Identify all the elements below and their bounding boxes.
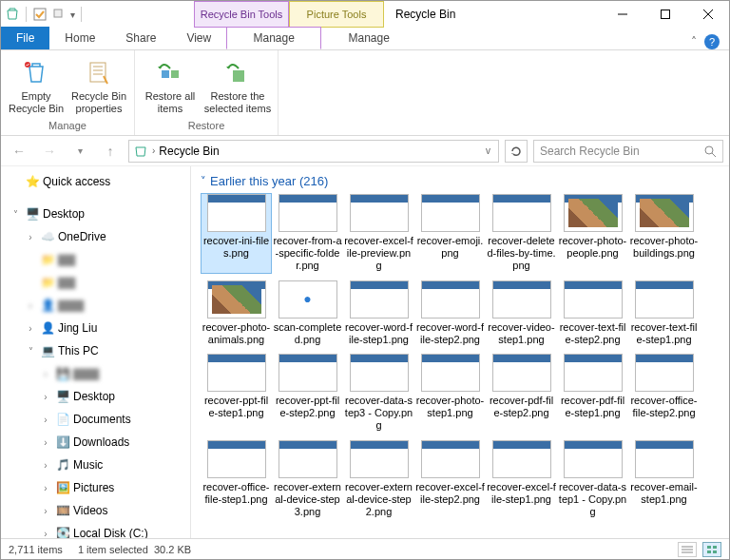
file-item[interactable]: recover-word-file-step1.png (344, 280, 413, 346)
file-item[interactable]: recover-photo-step1.png (415, 354, 485, 433)
file-item[interactable]: recover-email-step1.png (629, 440, 699, 519)
status-selection: 1 item selected 30.2 KB (78, 544, 191, 555)
file-item[interactable]: recover-emoji.png (415, 194, 485, 273)
file-item[interactable]: recover-photo-buildings.png (629, 194, 699, 273)
file-item[interactable]: recover-word-file-step2.png (415, 280, 485, 346)
file-item[interactable]: recover-external-device-step2.png (344, 440, 413, 519)
maximize-button[interactable] (644, 1, 686, 28)
nav-pc-documents[interactable]: ›📄Documents (1, 408, 190, 431)
file-item[interactable]: scan-completed.png (273, 280, 342, 346)
nav-this-pc[interactable]: ˅💻This PC (1, 339, 190, 362)
file-name-label: recover-ppt-file-step1.png (202, 395, 271, 419)
address-dropdown-icon[interactable]: v (482, 145, 494, 156)
file-tab[interactable]: File (1, 27, 49, 49)
qat-dropdown-icon[interactable]: ▾ (70, 10, 75, 20)
nav-onedrive[interactable]: ›☁️OneDrive (1, 225, 190, 248)
file-thumbnail (635, 354, 694, 392)
checkbox-icon[interactable] (32, 7, 48, 22)
file-item[interactable]: recover-excel-file-step1.png (487, 440, 556, 519)
picture-tools-tab[interactable]: Picture Tools (289, 1, 384, 28)
nav-pc-downloads[interactable]: ›⬇️Downloads (1, 431, 190, 454)
file-item[interactable]: recover-excel-file-step2.png (415, 440, 485, 519)
file-item[interactable]: recover-ppt-file-step2.png (273, 354, 342, 433)
empty-recycle-bin-button[interactable]: Empty Recycle Bin (7, 56, 66, 115)
file-name-label: scan-completed.png (273, 321, 342, 346)
help-icon[interactable]: ? (704, 34, 720, 49)
properties-icon (84, 58, 114, 88)
file-thumbnail (635, 440, 694, 478)
nav-folder-blur-1[interactable]: 📁▇▇ (1, 248, 190, 271)
nav-pc-desktop[interactable]: ›🖥️Desktop (1, 385, 190, 408)
nav-pc-music[interactable]: ›🎵Music (1, 454, 190, 476)
minimize-button[interactable] (601, 1, 644, 28)
ribbon-collapse-icon[interactable]: ˄ (691, 35, 697, 48)
file-item[interactable]: recover-from-a-specific-folder.png (273, 194, 342, 273)
file-name-label: recover-external-device-step3.png (273, 481, 342, 519)
file-name-label: recover-email-step1.png (629, 481, 699, 506)
nav-user-blur[interactable]: ›👤▇▇▇ (1, 294, 190, 317)
file-thumbnail (207, 194, 266, 232)
restore-all-button[interactable]: Restore all items (141, 56, 200, 115)
navigation-pane[interactable]: ⭐Quick access ˅🖥️Desktop ›☁️OneDrive 📁▇▇… (1, 166, 191, 538)
file-thumbnail (207, 280, 266, 319)
file-thumbnail (350, 354, 409, 392)
file-item[interactable]: recover-office-file-step1.png (202, 440, 271, 519)
view-tab[interactable]: View (171, 27, 226, 49)
up-button[interactable]: ↑ (98, 139, 123, 164)
file-item[interactable]: recover-external-device-step3.png (273, 440, 342, 519)
file-name-label: recover-word-file-step1.png (344, 321, 413, 346)
qat-menu-icon[interactable] (51, 7, 67, 22)
file-name-label: recover-pdf-file-step1.png (558, 395, 627, 419)
close-button[interactable] (686, 1, 729, 28)
nav-folder-blur-2[interactable]: 📁▇▇ (1, 271, 190, 294)
nav-pc-pictures[interactable]: ›🖼️Pictures (1, 476, 190, 499)
nav-user-jing[interactable]: ›👤Jing Liu (1, 317, 190, 339)
nav-drive-blur[interactable]: ›💾▇▇▇ (1, 362, 190, 385)
recycle-bin-properties-button[interactable]: Recycle Bin properties (69, 56, 128, 115)
search-input[interactable]: Search Recycle Bin (533, 140, 723, 163)
recycle-bin-tools-tab[interactable]: Recycle Bin Tools (194, 1, 289, 28)
share-tab[interactable]: Share (110, 27, 171, 49)
back-button[interactable]: ← (7, 139, 31, 164)
file-name-label: recover-external-device-step2.png (344, 481, 413, 519)
file-item[interactable]: recover-ppt-file-step1.png (202, 354, 271, 433)
group-header[interactable]: ˅ Earlier this year (216) (201, 174, 720, 188)
file-item[interactable]: recover-ini-files.png (202, 194, 271, 273)
svg-rect-9 (171, 70, 179, 78)
file-item[interactable]: recover-data-step3 - Copy.png (344, 354, 413, 433)
window-title: Recycle Bin (384, 8, 601, 21)
manage-recyclebin-tab[interactable]: Manage (226, 27, 321, 49)
file-name-label: recover-excel-file-step2.png (415, 481, 485, 506)
file-item[interactable]: recover-office-file-step2.png (629, 354, 699, 433)
nav-local-disk-c[interactable]: ›💽Local Disk (C:) (1, 522, 190, 538)
file-thumbnail (279, 280, 337, 319)
file-item[interactable]: recover-pdf-file-step2.png (487, 354, 556, 433)
file-item[interactable]: recover-excel-file-preview.png (344, 194, 413, 273)
refresh-button[interactable] (505, 140, 528, 163)
address-bar[interactable]: › Recycle Bin v (128, 140, 499, 163)
nav-quick-access[interactable]: ⭐Quick access (1, 170, 190, 193)
file-name-label: recover-text-file-step1.png (629, 321, 699, 346)
recent-locations-button[interactable]: ▾ (67, 139, 92, 164)
nav-desktop[interactable]: ˅🖥️Desktop (1, 203, 190, 225)
file-item[interactable]: recover-photo-animals.png (202, 280, 271, 346)
file-item[interactable]: recover-data-step1 - Copy.png (558, 440, 627, 519)
file-list-pane[interactable]: ˅ Earlier this year (216) recover-ini-fi… (191, 166, 729, 538)
file-item[interactable]: recover-deleted-files-by-time.png (487, 194, 556, 273)
file-name-label: recover-excel-file-preview.png (344, 235, 413, 273)
file-item[interactable]: recover-text-file-step1.png (629, 280, 699, 346)
file-thumbnail (492, 440, 551, 478)
details-view-button[interactable] (678, 542, 697, 557)
home-tab[interactable]: Home (49, 27, 110, 49)
thumbnails-view-button[interactable] (702, 542, 721, 557)
file-item[interactable]: recover-text-file-step2.png (558, 280, 627, 346)
forward-button[interactable]: → (37, 139, 62, 164)
file-thumbnail (350, 194, 409, 232)
file-item[interactable]: recover-video-step1.png (487, 280, 556, 346)
file-item[interactable]: recover-pdf-file-step1.png (558, 354, 627, 433)
status-item-count: 2,711 items (9, 544, 63, 555)
nav-pc-videos[interactable]: ›🎞️Videos (1, 499, 190, 522)
file-item[interactable]: recover-photo-people.png (558, 194, 627, 273)
manage-picture-tab[interactable]: Manage (321, 27, 416, 49)
restore-selected-button[interactable]: Restore the selected items (203, 56, 272, 115)
